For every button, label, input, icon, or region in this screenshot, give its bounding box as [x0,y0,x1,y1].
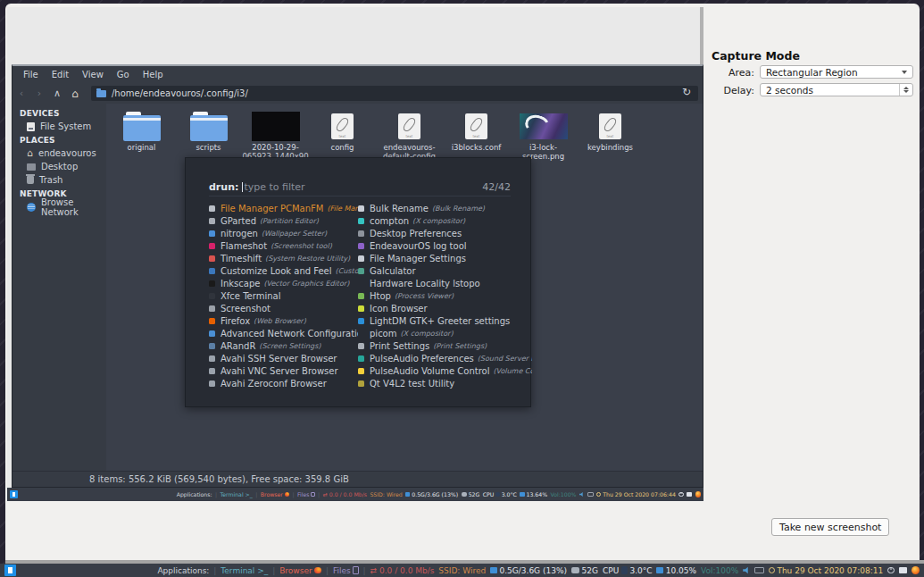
file-item[interactable]: i3-lock-screen.png [510,105,577,161]
launcher-item[interactable]: GParted (Partition Editor) [209,214,358,227]
chevron-down-icon [902,71,907,74]
workspace-badge[interactable] [10,490,18,498]
file-manager-statusbar: 8 items: 556.2 KiB (569,540 bytes), Free… [12,471,703,487]
power-icon[interactable] [678,492,683,497]
file-item[interactable]: keybindings [577,105,644,152]
app-name: Xfce Terminal [221,291,280,301]
app-name: Desktop Preferences [370,229,462,238]
launcher-item[interactable]: EndeavourOS log tool [358,239,532,252]
launcher-item[interactable]: Hardware Locality lstopo [358,277,532,289]
file-item[interactable]: original [108,105,175,152]
launcher-item[interactable]: Qt V4L2 test Utility [358,377,532,389]
launcher-prompt-row[interactable]: drun: type to filter 42/42 [209,181,511,197]
path-bar[interactable]: /home/endeavouros/.config/i3/ ↻ [91,86,698,101]
sidebar-item-trash[interactable]: Trash [12,173,106,187]
file-item[interactable]: scripts [175,105,242,152]
spin-buttons[interactable] [899,84,912,96]
launcher-item[interactable]: Avahi VNC Server Browser [209,364,358,377]
sidebar-item-home[interactable]: ⌂endeavouros [12,146,106,160]
up-button[interactable]: ∧ [48,88,66,99]
path-text: /home/endeavouros/.config/i3/ [112,88,248,98]
file-item[interactable]: i3blocks.conf [443,105,510,152]
speaker-icon[interactable] [579,492,585,498]
speaker-icon[interactable] [743,566,750,573]
take-new-screenshot-button[interactable]: Take new screenshot [771,518,889,536]
preview-taskbar-items: Applications:| Terminal >_| Browser| Fil… [177,491,701,498]
network-globe-icon [27,203,36,212]
sidebar-item-file-system[interactable]: File System [12,120,106,133]
spin-up-icon[interactable] [903,87,909,89]
keyboard-icon[interactable] [754,567,763,573]
keyboard-icon[interactable] [587,492,594,496]
launcher-item[interactable]: Print Settings (Print Settings) [358,339,532,352]
launcher-item[interactable]: Htop (Process Viewer) [358,289,532,302]
launcher-item[interactable]: Icon Browser [358,302,532,314]
launcher-item[interactable]: picom (X compositor) [358,327,532,339]
app-launcher: drun: type to filter 42/42 File Manager … [185,157,531,407]
launcher-item[interactable]: Bulk Rename (Bulk Rename) [358,202,532,214]
app-description: (Bulk Rename) [432,205,485,213]
launcher-item[interactable]: Screenshot [209,302,358,314]
menu-item[interactable]: View [82,70,104,79]
menu-item[interactable]: Help [143,70,163,79]
app-icon [209,293,215,299]
launcher-item[interactable]: Inkscape (Vector Graphics Editor) [209,277,358,289]
home-button[interactable]: ⌂ [66,88,84,100]
launcher-item[interactable]: Timeshift (System Restore Utility) [209,252,358,264]
browser-launcher[interactable]: Browser [279,566,321,575]
file-icon [190,115,228,141]
launcher-item[interactable]: nitrogen (Wallpaper Setter) [209,227,358,239]
launcher-item[interactable]: Flameshot (Screenshot tool) [209,239,358,252]
sidebar-header-places: PLACES [12,133,106,146]
sidebar-header-devices: DEVICES [12,106,106,120]
launcher-item[interactable]: Avahi SSH Server Browser [209,352,358,364]
launcher-item[interactable]: Xfce Terminal [209,289,358,302]
app-icon [358,268,364,274]
browser-launcher[interactable]: Browser [261,491,289,498]
spin-down-icon[interactable] [903,90,909,93]
launcher-item[interactable]: PulseAudio Volume Control (Volume Contro… [358,364,532,377]
app-name: Firefox [221,316,250,326]
refresh-icon[interactable]: ↻ [682,86,691,98]
launcher-item[interactable]: File Manager PCManFM (File Manager) [209,202,358,214]
launcher-item[interactable]: Desktop Preferences [358,227,532,239]
sidebar-item-desktop[interactable]: Desktop [12,160,106,173]
delay-spinbox[interactable]: 2 seconds [760,83,913,96]
launcher-item[interactable]: File Manager Settings [358,252,532,264]
app-icon [358,218,364,224]
file-name: original [128,143,156,152]
back-button[interactable]: ‹ [12,88,30,99]
launcher-item[interactable]: Advanced Network Configuration [209,327,358,339]
terminal-launcher[interactable]: Terminal >_ [221,566,268,575]
terminal-launcher[interactable]: Terminal >_ [220,491,252,498]
launcher-item[interactable]: PulseAudio Preferences (Sound Server Pre… [358,352,532,364]
flame-icon[interactable] [695,491,702,498]
area-select[interactable]: Rectangular Region [760,65,913,79]
file-item[interactable]: config [309,105,376,152]
file-item[interactable]: endeavouros-default-config [376,105,443,161]
sidebar-item-browse-network[interactable]: Browse Network [12,200,106,213]
forward-button[interactable]: › [30,88,48,99]
menu-item[interactable]: Go [117,70,129,79]
workspace-badge[interactable] [4,564,16,576]
app-name: GParted [221,216,256,226]
launcher-item[interactable]: compton (X compositor) [358,214,532,227]
launcher-item[interactable]: Firefox (Web Browser) [209,314,358,327]
app-icon [209,243,215,249]
menu-item[interactable]: Edit [52,70,69,79]
launcher-item[interactable]: Galculator [358,264,532,277]
launcher-item[interactable]: Avahi Zeroconf Browser [209,377,358,389]
launcher-item[interactable]: ARandR (Screen Settings) [209,339,358,352]
power-icon[interactable] [887,567,895,574]
menu-item[interactable]: File [23,70,38,79]
window-icon[interactable] [687,492,692,497]
app-icon [209,305,215,312]
window-icon[interactable] [899,567,907,573]
launcher-item[interactable]: Customize Look and Feel (Customize Look … [209,264,358,277]
files-launcher[interactable]: Files [333,566,359,575]
desktop-folder-icon [27,163,36,171]
app-description: (Partition Editor) [260,217,319,225]
launcher-item[interactable]: LightDM GTK+ Greeter settings [358,314,532,327]
files-launcher[interactable]: Files [297,491,315,498]
flame-icon[interactable] [912,566,920,574]
